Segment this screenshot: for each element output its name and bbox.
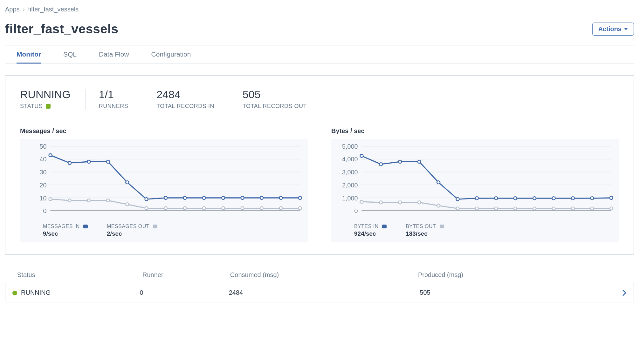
metric-runners-value: 1/1 <box>99 89 128 100</box>
legend-messages-in-label: MESSAGES IN <box>43 224 80 229</box>
actions-button[interactable]: Actions <box>592 23 634 36</box>
svg-point-62 <box>514 207 517 210</box>
svg-point-81 <box>610 196 613 199</box>
status-dot-icon <box>12 291 17 295</box>
svg-point-77 <box>533 197 536 200</box>
svg-point-26 <box>299 207 302 210</box>
svg-point-78 <box>552 197 555 200</box>
status-indicator-icon <box>46 104 51 109</box>
svg-text:0: 0 <box>354 207 358 214</box>
legend-bytes-out-label: BYTES OUT <box>406 224 436 229</box>
breadcrumb-current: filter_fast_vessels <box>28 6 79 13</box>
cell-consumed: 2484 <box>229 289 420 296</box>
svg-text:2,000: 2,000 <box>342 182 358 189</box>
chart-messages-title: Messages / sec <box>20 127 308 135</box>
chart-bytes-title: Bytes / sec <box>331 127 619 135</box>
metric-status-value: RUNNING <box>20 89 71 100</box>
legend-messages-out-label: MESSAGES OUT <box>107 224 149 229</box>
th-status: Status <box>17 271 142 279</box>
tab-data-flow[interactable]: Data Flow <box>99 45 129 64</box>
svg-point-69 <box>379 163 382 166</box>
tab-monitor[interactable]: Monitor <box>17 45 41 64</box>
svg-point-57 <box>418 201 421 204</box>
legend-bytes-in-value: 924/sec <box>354 230 387 237</box>
svg-point-55 <box>379 201 382 204</box>
tabs: MonitorSQLData FlowConfiguration <box>5 45 634 64</box>
svg-text:5,000: 5,000 <box>342 143 358 150</box>
svg-point-15 <box>87 199 91 202</box>
metric-total-in: 2484 TOTAL RECORDS IN <box>143 89 229 110</box>
chart-bytes-plot: 01,0002,0003,0004,0005,000 <box>335 142 615 219</box>
tab-configuration[interactable]: Configuration <box>151 45 191 64</box>
svg-text:50: 50 <box>39 143 46 150</box>
legend-swatch-icon <box>83 225 88 228</box>
metric-runners: 1/1 RUNNERS <box>85 89 143 110</box>
svg-point-14 <box>68 199 71 202</box>
svg-point-19 <box>164 207 167 210</box>
svg-text:3,000: 3,000 <box>342 169 358 176</box>
th-produced: Produced (msg) <box>418 271 606 279</box>
svg-point-66 <box>591 207 594 210</box>
metric-total-in-label: TOTAL RECORDS IN <box>156 103 214 110</box>
svg-point-18 <box>145 207 148 210</box>
svg-point-38 <box>260 196 263 199</box>
svg-point-29 <box>87 160 91 163</box>
svg-point-72 <box>437 181 440 184</box>
runners-table: Status Runner Consumed (msg) Produced (m… <box>5 271 634 302</box>
svg-point-34 <box>183 196 187 199</box>
svg-point-22 <box>222 207 225 210</box>
svg-point-75 <box>495 197 498 200</box>
svg-point-20 <box>183 207 187 210</box>
table-header-row: Status Runner Consumed (msg) Produced (m… <box>5 271 634 283</box>
svg-point-68 <box>360 154 363 158</box>
svg-point-59 <box>456 207 459 210</box>
legend-swatch-icon <box>153 225 157 228</box>
legend-bytes-in: BYTES IN 924/sec <box>354 223 387 237</box>
legend-messages-out: MESSAGES OUT 2/sec <box>107 223 157 237</box>
svg-point-25 <box>279 207 283 210</box>
svg-text:10: 10 <box>39 195 46 202</box>
th-runner: Runner <box>142 271 230 279</box>
svg-point-30 <box>106 160 110 163</box>
svg-point-54 <box>360 200 363 203</box>
svg-point-33 <box>164 196 167 199</box>
tab-sql[interactable]: SQL <box>63 45 77 64</box>
metrics-strip: RUNNING STATUS 1/1 RUNNERS 2484 TOTAL RE… <box>20 89 619 110</box>
svg-point-76 <box>514 197 517 200</box>
metric-total-out: 505 TOTAL RECORDS OUT <box>229 89 321 110</box>
table-row[interactable]: RUNNING02484505 <box>5 283 634 302</box>
svg-point-58 <box>437 204 440 207</box>
chevron-right-icon: › <box>23 6 25 13</box>
svg-text:30: 30 <box>39 169 46 176</box>
svg-point-23 <box>241 207 244 210</box>
page-title: filter_fast_vessels <box>5 22 118 36</box>
breadcrumb: Apps › filter_fast_vessels <box>5 6 634 13</box>
svg-point-37 <box>241 196 244 199</box>
svg-point-71 <box>418 160 421 163</box>
svg-point-80 <box>591 197 594 200</box>
svg-text:1,000: 1,000 <box>342 195 358 202</box>
metric-total-in-value: 2484 <box>156 89 214 100</box>
legend-swatch-icon <box>440 225 444 228</box>
svg-text:40: 40 <box>39 156 46 163</box>
svg-point-35 <box>203 196 206 199</box>
cell-status: RUNNING <box>12 289 140 296</box>
actions-button-label: Actions <box>598 25 622 33</box>
svg-point-24 <box>260 207 263 210</box>
chart-messages: Messages / sec 01020304050 MESSAGES IN 9… <box>20 127 308 242</box>
breadcrumb-root[interactable]: Apps <box>5 6 20 13</box>
svg-point-73 <box>456 198 459 201</box>
metric-total-out-label: TOTAL RECORDS OUT <box>243 103 307 110</box>
svg-point-67 <box>610 207 613 210</box>
legend-messages-in-value: 9/sec <box>43 230 88 237</box>
svg-point-63 <box>533 207 536 210</box>
cell-produced: 505 <box>420 289 611 296</box>
metric-runners-label: RUNNERS <box>99 103 128 110</box>
svg-point-65 <box>571 207 574 210</box>
svg-point-60 <box>475 207 478 210</box>
legend-messages-out-value: 2/sec <box>107 230 157 237</box>
chart-bytes: Bytes / sec 01,0002,0003,0004,0005,000 B… <box>331 127 619 242</box>
svg-text:4,000: 4,000 <box>342 156 358 163</box>
svg-text:20: 20 <box>39 182 46 189</box>
metric-status: RUNNING STATUS <box>20 89 85 110</box>
